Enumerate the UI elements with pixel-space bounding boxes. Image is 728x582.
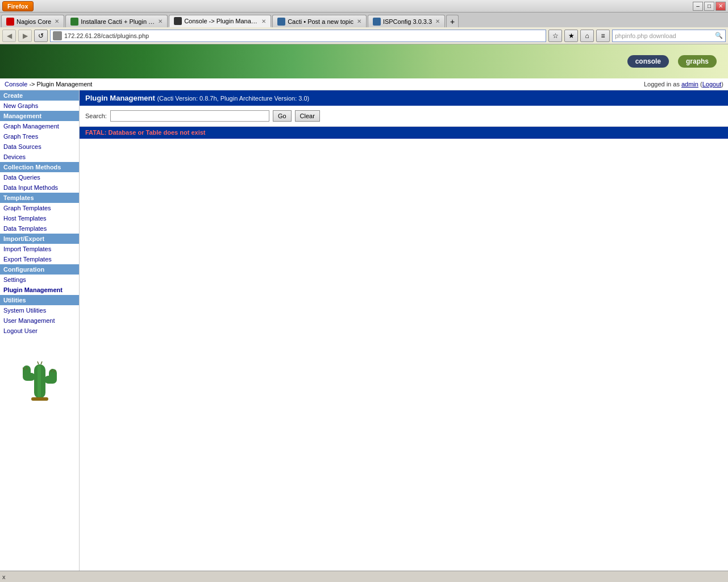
sidebar-item-system-utilities[interactable]: System Utilities xyxy=(0,305,79,315)
sidebar-item-graph-management[interactable]: Graph Management xyxy=(0,121,79,131)
forum-favicon xyxy=(277,18,285,26)
sidebar-item-data-input-methods[interactable]: Data Input Methods xyxy=(0,182,79,193)
minimize-button[interactable]: – xyxy=(693,2,703,11)
sidebar-item-plugin-management[interactable]: Plugin Management xyxy=(0,285,79,295)
sidebar-item-devices[interactable]: Devices xyxy=(0,152,79,162)
sidebar-item-data-templates[interactable]: Data Templates xyxy=(0,223,79,234)
new-tab-button[interactable]: + xyxy=(446,15,459,27)
username-link[interactable]: admin xyxy=(681,81,698,88)
svg-line-11 xyxy=(41,361,42,364)
sidebar-section-configuration: Configuration xyxy=(0,264,79,275)
sidebar-item-data-sources[interactable]: Data Sources xyxy=(0,142,79,152)
svg-rect-4 xyxy=(49,369,57,383)
address-text: 172.22.61.28/cacti/plugins.php xyxy=(64,32,149,39)
page-title-meta: (Cacti Version: 0.8.7h, Plugin Architect… xyxy=(157,95,309,102)
nagios-favicon xyxy=(6,18,14,26)
maximize-button[interactable]: □ xyxy=(704,2,714,11)
svg-rect-12 xyxy=(31,397,48,401)
sidebar: Create New Graphs Management Graph Manag… xyxy=(0,90,80,582)
page-title: Plugin Management xyxy=(85,94,157,102)
tab-nagios[interactable]: Nagios Core ✕ xyxy=(1,15,64,27)
bookmark-button[interactable]: ☆ xyxy=(548,30,562,42)
back-button[interactable]: ◀ xyxy=(2,30,16,42)
isp-favicon xyxy=(373,18,381,26)
tab-nagios-close[interactable]: ✕ xyxy=(55,18,59,24)
sidebar-item-graph-templates[interactable]: Graph Templates xyxy=(0,203,79,213)
tab-console-label: Console -> Plugin Manage... xyxy=(184,18,258,24)
go-button[interactable]: Go xyxy=(273,110,292,122)
search-icon: 🔍 xyxy=(715,32,723,39)
forward-button[interactable]: ▶ xyxy=(18,30,32,42)
tab-forum-label: Cacti • Post a new topic xyxy=(288,18,353,25)
error-message: FATAL: Database or Table does not exist xyxy=(80,127,728,139)
tab-ispconfig[interactable]: ISPConfig 3.0.3.3 ✕ xyxy=(368,15,445,27)
error-text: FATAL: Database or Table does not exist xyxy=(85,129,205,136)
console-tab-button[interactable]: console xyxy=(627,55,669,68)
sidebar-item-user-management[interactable]: User Management xyxy=(0,315,79,326)
logout-link[interactable]: Logout xyxy=(702,81,722,88)
sidebar-item-new-graphs[interactable]: New Graphs xyxy=(0,101,79,111)
search-input[interactable] xyxy=(110,110,269,122)
tab-console-close[interactable]: ✕ xyxy=(261,18,266,24)
tab-forum-close[interactable]: ✕ xyxy=(357,18,361,24)
sidebar-item-host-templates[interactable]: Host Templates xyxy=(0,213,79,223)
search-bar-text: phpinfo.php download xyxy=(615,32,676,39)
options-button[interactable]: ≡ xyxy=(596,30,610,42)
console-favicon xyxy=(174,17,182,25)
sidebar-item-settings[interactable]: Settings xyxy=(0,275,79,285)
tab-isp-label: ISPConfig 3.0.3.3 xyxy=(383,18,432,25)
title-bar: Firefox – □ ✕ xyxy=(0,0,728,13)
sidebar-item-import-templates[interactable]: Import Templates xyxy=(0,244,79,254)
nav-bar: ◀ ▶ ↺ 172.22.61.28/cacti/plugins.php ☆ ★… xyxy=(0,27,728,44)
status-bar: x xyxy=(0,571,728,582)
logged-in-text: Logged in as xyxy=(644,81,680,88)
sidebar-item-graph-trees[interactable]: Graph Trees xyxy=(0,131,79,142)
main-layout: Create New Graphs Management Graph Manag… xyxy=(0,90,728,582)
page-header: console graphs xyxy=(0,44,728,78)
sidebar-section-create: Create xyxy=(0,90,79,101)
status-text: x xyxy=(2,573,6,580)
breadcrumb-separator: -> xyxy=(29,81,36,88)
sidebar-item-export-templates[interactable]: Export Templates xyxy=(0,254,79,264)
search-area: Search: Go Clear xyxy=(80,106,728,127)
breadcrumb-bar: Console -> Plugin Management Logged in a… xyxy=(0,78,728,90)
tab-cacti-forum[interactable]: Cacti • Post a new topic ✕ xyxy=(272,15,367,27)
sidebar-section-collection: Collection Methods xyxy=(0,162,79,172)
breadcrumb-current: Plugin Management xyxy=(37,81,93,88)
content-header: Plugin Management (Cacti Version: 0.8.7h… xyxy=(80,90,728,106)
cactus-illustration xyxy=(0,336,79,415)
auth-paren-close: ) xyxy=(721,81,723,88)
site-icon xyxy=(53,31,62,40)
tab-isp-close[interactable]: ✕ xyxy=(435,18,440,24)
tab-installare[interactable]: Installare Cacti + Plugin Na... ✕ xyxy=(65,15,168,27)
search-bar[interactable]: phpinfo.php download 🔍 xyxy=(612,30,726,42)
cactus-svg xyxy=(17,347,63,404)
sidebar-section-utilities: Utilities xyxy=(0,295,79,305)
sidebar-section-management: Management xyxy=(0,111,79,121)
clear-button[interactable]: Clear xyxy=(295,110,320,122)
breadcrumb-console-link[interactable]: Console xyxy=(5,81,27,88)
tab-installare-close[interactable]: ✕ xyxy=(158,18,163,24)
search-label: Search: xyxy=(85,113,107,119)
breadcrumb: Console -> Plugin Management xyxy=(5,81,92,88)
address-bar[interactable]: 172.22.61.28/cacti/plugins.php xyxy=(50,30,546,42)
bookmark-star[interactable]: ★ xyxy=(564,30,578,42)
firefox-menu-button[interactable]: Firefox xyxy=(2,1,34,11)
sidebar-item-logout-user[interactable]: Logout User xyxy=(0,326,79,336)
reload-button[interactable]: ↺ xyxy=(34,30,48,42)
tabs-bar: Nagios Core ✕ Installare Cacti + Plugin … xyxy=(0,13,728,27)
close-button[interactable]: ✕ xyxy=(715,2,726,11)
sidebar-item-data-queries[interactable]: Data Queries xyxy=(0,172,79,182)
tab-nagios-label: Nagios Core xyxy=(16,18,51,25)
home-button[interactable]: ⌂ xyxy=(580,30,594,42)
tab-installare-label: Installare Cacti + Plugin Na... xyxy=(81,18,155,25)
tab-console[interactable]: Console -> Plugin Manage... ✕ xyxy=(169,15,271,27)
main-content: Plugin Management (Cacti Version: 0.8.7h… xyxy=(80,90,728,582)
auth-info: Logged in as admin (Logout) xyxy=(644,81,723,88)
installare-favicon xyxy=(70,18,78,26)
sidebar-section-templates: Templates xyxy=(0,193,79,203)
sidebar-section-import-export: Import/Export xyxy=(0,234,79,244)
graphs-tab-button[interactable]: graphs xyxy=(678,55,717,68)
svg-line-10 xyxy=(38,361,39,364)
svg-rect-5 xyxy=(38,365,41,397)
